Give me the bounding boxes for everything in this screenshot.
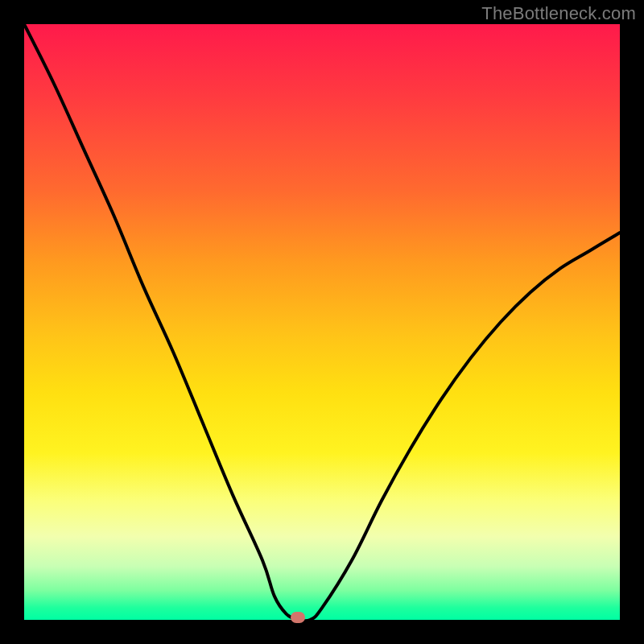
chart-frame: TheBottleneck.com bbox=[0, 0, 644, 644]
bottleneck-curve bbox=[24, 24, 620, 620]
plot-area bbox=[24, 24, 620, 620]
watermark-text: TheBottleneck.com bbox=[481, 3, 636, 24]
curve-path bbox=[24, 24, 620, 621]
minimum-marker bbox=[291, 612, 305, 623]
